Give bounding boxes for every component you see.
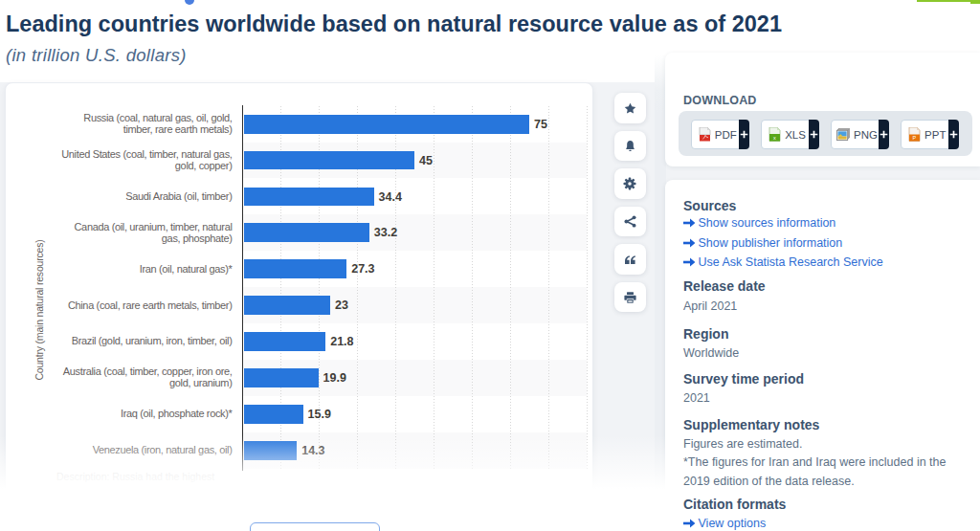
svg-text:x: x: [773, 135, 776, 141]
svg-text:P: P: [913, 135, 917, 141]
